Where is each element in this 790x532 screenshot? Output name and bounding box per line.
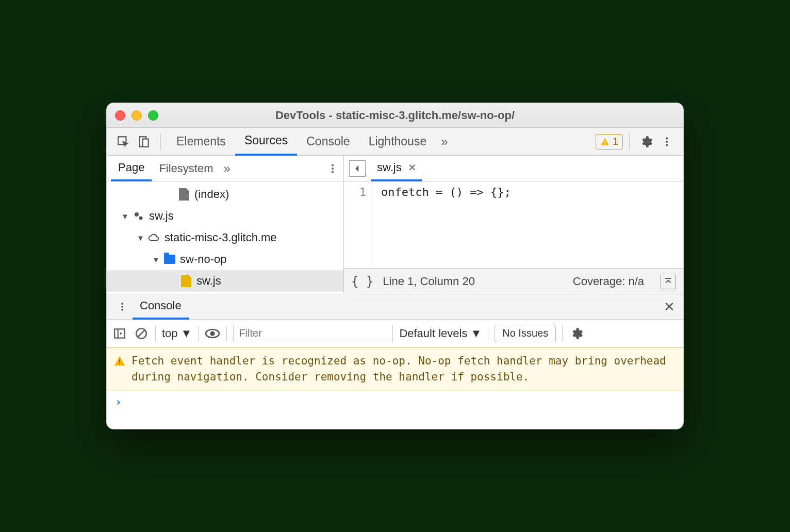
warnings-badge[interactable]: 1	[596, 134, 623, 149]
code-content: onfetch = () => {};	[373, 181, 511, 268]
editor-tab-swjs[interactable]: sw.js ✕	[371, 156, 422, 181]
navigator-tab-filesystem[interactable]: Filesystem	[152, 156, 220, 181]
more-options-icon[interactable]	[660, 135, 674, 149]
device-toggle-icon[interactable]	[137, 135, 151, 149]
svg-point-10	[332, 171, 334, 173]
main-toolbar: Elements Sources Console Lighthouse » 1	[107, 128, 683, 156]
titlebar: DevTools - static-misc-3.glitch.me/sw-no…	[107, 103, 683, 128]
divider	[155, 326, 156, 341]
divider	[226, 326, 227, 341]
divider	[562, 326, 563, 341]
console-prompt[interactable]: ›	[107, 390, 683, 413]
issues-button[interactable]: No Issues	[495, 325, 556, 342]
sources-panel: Page Filesystem » (index) ▼ sw.js	[107, 156, 683, 294]
svg-point-9	[332, 168, 334, 170]
issues-label: No Issues	[502, 327, 548, 339]
tab-elements[interactable]: Elements	[167, 128, 235, 156]
cursor-position: Line 1, Column 20	[383, 275, 475, 288]
svg-rect-16	[114, 329, 125, 338]
tree-label: sw.js	[196, 274, 221, 288]
line-number: 1	[344, 186, 366, 198]
window-title: DevTools - static-misc-3.glitch.me/sw-no…	[107, 109, 683, 122]
editor-statusbar: { } Line 1, Column 20 Coverage: n/a	[344, 268, 683, 294]
show-bottom-drawer-icon[interactable]	[661, 274, 676, 289]
tree-item-worker[interactable]: ▼ sw.js	[107, 205, 343, 227]
more-tabs-icon[interactable]: »	[441, 135, 448, 149]
maximize-window-button[interactable]	[148, 110, 158, 121]
toolbar-divider	[629, 134, 630, 150]
tree-item-folder[interactable]: ▼ sw-no-op	[107, 248, 343, 270]
console-filter-input[interactable]	[233, 325, 393, 342]
live-expression-icon[interactable]	[205, 326, 220, 341]
svg-point-14	[121, 306, 123, 308]
svg-rect-4	[604, 143, 605, 144]
svg-point-7	[666, 144, 668, 146]
editor-pane: sw.js ✕ 1 onfetch = () => {}; { } Line 1…	[344, 156, 683, 294]
minimize-window-button[interactable]	[131, 110, 142, 121]
clear-console-icon[interactable]	[134, 326, 149, 341]
spacer	[107, 413, 683, 429]
warning-icon	[114, 355, 125, 367]
dropdown-caret-icon: ▼	[181, 327, 192, 340]
execution-context-selector[interactable]: top ▼	[162, 327, 192, 340]
console-toolbar: top ▼ Default levels ▼ No Issues	[107, 320, 683, 347]
dropdown-caret-icon: ▼	[470, 327, 482, 340]
drawer-header: Console ✕	[107, 294, 683, 320]
tree-label: (index)	[194, 188, 229, 201]
svg-rect-3	[604, 140, 605, 143]
svg-rect-2	[143, 139, 149, 146]
tab-console[interactable]: Console	[297, 128, 359, 156]
tree-item-domain[interactable]: ▼ static-misc-3.glitch.me	[107, 227, 343, 248]
navigator-tabs: Page Filesystem »	[107, 156, 343, 181]
caret-down-icon: ▼	[152, 255, 159, 264]
console-warning-message[interactable]: Fetch event handler is recognized as no-…	[107, 347, 683, 390]
tree-label: sw-no-op	[180, 253, 226, 266]
tree-item-file-swjs[interactable]: sw.js	[107, 270, 343, 292]
warning-text: Fetch event handler is recognized as no-…	[131, 353, 676, 385]
warnings-count: 1	[613, 136, 618, 147]
svg-point-21	[210, 331, 215, 336]
editor-tab-label: sw.js	[377, 161, 402, 174]
drawer-tab-console[interactable]: Console	[133, 294, 189, 320]
inspect-element-icon[interactable]	[116, 135, 130, 149]
line-gutter: 1	[344, 181, 373, 268]
svg-point-8	[332, 164, 334, 166]
gears-icon	[133, 210, 145, 222]
navigator-options-icon[interactable]	[327, 162, 338, 175]
svg-point-12	[139, 217, 143, 220]
navigator-tab-page[interactable]: Page	[111, 156, 152, 181]
tab-lighthouse[interactable]: Lighthouse	[359, 128, 436, 156]
more-navigator-tabs-icon[interactable]: »	[224, 161, 231, 176]
console-sidebar-toggle-icon[interactable]	[112, 326, 127, 341]
close-tab-icon[interactable]: ✕	[406, 161, 419, 174]
close-window-button[interactable]	[115, 110, 125, 121]
js-file-icon	[180, 275, 192, 287]
svg-point-5	[666, 137, 668, 139]
code-editor[interactable]: 1 onfetch = () => {};	[344, 181, 683, 268]
svg-point-11	[135, 212, 139, 217]
svg-point-13	[121, 303, 123, 305]
toolbar-divider	[160, 134, 161, 150]
pretty-print-button[interactable]: { }	[351, 274, 373, 289]
console-settings-icon[interactable]	[569, 326, 584, 341]
document-icon	[178, 188, 190, 201]
svg-rect-22	[119, 359, 120, 362]
close-drawer-icon[interactable]: ✕	[661, 299, 678, 315]
coverage-status: Coverage: n/a	[573, 275, 644, 288]
svg-rect-23	[119, 363, 120, 364]
drawer-options-icon[interactable]	[117, 301, 127, 313]
divider	[488, 326, 488, 341]
navigate-back-icon[interactable]	[349, 160, 366, 177]
settings-icon[interactable]	[639, 135, 653, 149]
tab-sources[interactable]: Sources	[235, 128, 297, 156]
divider	[198, 326, 199, 341]
navigator-pane: Page Filesystem » (index) ▼ sw.js	[107, 156, 344, 294]
folder-icon	[163, 253, 176, 265]
tree-label: sw.js	[149, 209, 174, 223]
log-level-selector[interactable]: Default levels ▼	[399, 327, 482, 340]
caret-down-icon: ▼	[137, 234, 144, 242]
editor-tabs: sw.js ✕	[344, 156, 683, 181]
tree-item-index[interactable]: (index)	[107, 184, 343, 205]
cloud-icon	[148, 231, 160, 244]
levels-label: Default levels	[399, 327, 467, 340]
